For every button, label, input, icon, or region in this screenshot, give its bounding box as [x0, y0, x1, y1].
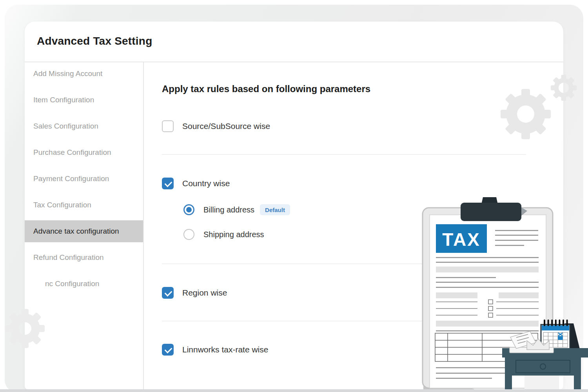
sidebar-item-sales-configuration[interactable]: Sales Configuration — [25, 115, 143, 137]
checkbox-source-subsource-wise[interactable] — [162, 120, 174, 132]
radio-row-shipping-address: Shipping address — [183, 229, 264, 240]
sidebar-item-sync-configuration[interactable]: nc Configuration — [25, 273, 143, 295]
radio-shipping-address[interactable] — [183, 229, 194, 240]
gear-icon — [548, 72, 579, 103]
row-divider — [162, 154, 526, 155]
radio-label: Shipping address — [203, 230, 264, 239]
clipboard-clip — [461, 203, 521, 221]
section-heading: Apply tax rules based on following param… — [162, 83, 370, 94]
radio-label: Billing address — [203, 205, 254, 214]
checkbox-linnworks-tax-rate-wise[interactable] — [162, 344, 174, 356]
checkbox-country-wise[interactable] — [162, 178, 174, 189]
tax-label: TAX — [442, 229, 481, 250]
sidebar-divider — [143, 62, 144, 389]
sidebar-item-advance-tax-configuration[interactable]: Advance tax configuration — [25, 220, 143, 242]
option-label: Linnworks tax-rate wise — [182, 345, 268, 354]
radio-billing-address[interactable] — [183, 204, 194, 215]
option-label: Region wise — [182, 288, 227, 298]
option-label: Source/SubSource wise — [182, 122, 270, 131]
default-badge: Default — [260, 204, 290, 215]
sidebar-item-add-missing-account[interactable]: Add Missing Account — [25, 63, 143, 85]
page-title: Advanced Tax Setting — [37, 35, 152, 47]
sidebar-item-refund-configuration[interactable]: Refund Configuration — [25, 247, 143, 269]
sidebar: Add Missing Account Item Configuration S… — [25, 58, 143, 299]
tax-illustration: TAX — [392, 187, 588, 392]
option-row-region-wise: Region wise — [162, 287, 227, 299]
option-row-source-subsource: Source/SubSource wise — [162, 120, 270, 132]
sidebar-item-tax-configuration[interactable]: Tax Configuration — [25, 194, 143, 216]
gear-icon — [498, 87, 553, 142]
bottom-edge — [0, 389, 588, 392]
sidebar-item-payment-configuration[interactable]: Payment Configuration — [25, 168, 143, 190]
page-background: Advanced Tax Setting Add Missing Account… — [0, 0, 588, 392]
gear-icon — [4, 307, 47, 350]
radio-row-billing-address: Billing address Default — [183, 204, 290, 216]
option-row-country-wise: Country wise — [162, 177, 230, 190]
option-label: Country wise — [182, 179, 230, 188]
sidebar-item-item-configuration[interactable]: Item Configuration — [25, 89, 143, 111]
checkbox-region-wise[interactable] — [162, 287, 174, 299]
sidebar-item-purchase-configuration[interactable]: Purchase Configuration — [25, 142, 143, 163]
option-row-linnworks-tax-rate: Linnworks tax-rate wise — [162, 343, 268, 356]
